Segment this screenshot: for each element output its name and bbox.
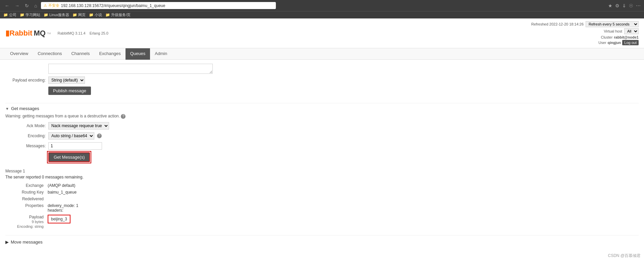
browser-chrome: ← → ↻ ⌂ ⚠ 不安全 192.168.130.128:15672/#/qu… bbox=[0, 0, 644, 11]
get-messages-section-header[interactable]: ▼ Get messages bbox=[5, 106, 639, 111]
back-button[interactable]: ← bbox=[3, 2, 11, 9]
move-messages-arrow: ▶ bbox=[5, 240, 9, 245]
redelivered-row: Redelivered bbox=[5, 196, 240, 202]
messages-label: Messages: bbox=[5, 144, 46, 148]
download-icon: ⇓ bbox=[622, 3, 626, 8]
virtual-host-select[interactable]: All bbox=[624, 28, 639, 34]
folder-icon: 📁 bbox=[72, 13, 77, 17]
browser-actions: ★ ⚙ ⇓ ☉ ⋯ bbox=[608, 3, 641, 8]
virtual-host-label: Virtual host bbox=[604, 29, 622, 33]
cluster-row: Cluster rabbit@node1 bbox=[531, 35, 639, 39]
tab-overview[interactable]: Overview bbox=[5, 48, 33, 60]
bookmark-label: Linux服务器 bbox=[49, 12, 69, 17]
bookmark-webpage[interactable]: 📁 网页 bbox=[72, 12, 86, 17]
bookmarks-bar: 📁 公司 📁 学习网站 📁 Linux服务器 📁 网页 📁 小说 📁 升级服务/… bbox=[0, 11, 644, 18]
properties-value: delivery_mode: 1 headers: bbox=[46, 202, 240, 214]
payload-encoding-label: Payload encoding: bbox=[5, 78, 46, 83]
payload-row: Payload 9 bytes Encoding: string beijing… bbox=[5, 214, 240, 230]
routing-key-value: baimu_1_queue bbox=[46, 189, 240, 196]
account-icon: ☉ bbox=[629, 3, 633, 8]
bookmark-label: 升级服务/页 bbox=[111, 12, 131, 17]
nav-tabs: Overview Connections Channels Exchanges … bbox=[0, 48, 644, 60]
exchange-value: (AMQP default) bbox=[46, 182, 240, 189]
encoding-label: Encoding: bbox=[5, 134, 46, 138]
message-number: Message 1 bbox=[5, 169, 639, 173]
tab-connections[interactable]: Connections bbox=[33, 48, 66, 60]
payload-size: 9 bytes bbox=[32, 220, 44, 224]
payload-encoding-select[interactable]: String (default) Base64 bbox=[48, 76, 85, 84]
folder-icon: 📁 bbox=[3, 13, 8, 17]
publish-message-button[interactable]: Publish message bbox=[48, 87, 91, 95]
encoding-row: Encoding: Auto string / base64 base64 ? bbox=[5, 132, 639, 140]
payload-label: Payload 9 bytes Encoding: string bbox=[5, 214, 46, 230]
profile-icon: ★ bbox=[608, 3, 612, 8]
settings-icon: ⚙ bbox=[615, 3, 620, 8]
get-messages-label: Get messages bbox=[11, 106, 39, 111]
refresh-row: Refreshed 2022-12-20 18:14:26 Refresh ev… bbox=[531, 21, 639, 27]
payload-textarea[interactable] bbox=[48, 64, 213, 74]
logo: ▮RabbitMQTM bbox=[5, 29, 51, 38]
get-messages-button[interactable]: Get Message(s) bbox=[48, 152, 90, 162]
redelivered-label: Redelivered bbox=[5, 196, 46, 202]
warning-text: Warning: getting messages from a queue i… bbox=[5, 114, 639, 119]
help-icon[interactable]: ? bbox=[121, 114, 126, 119]
lock-icon: ⚠ bbox=[44, 3, 47, 8]
home-button[interactable]: ⌂ bbox=[33, 2, 38, 9]
messages-count-row: Messages: bbox=[5, 142, 639, 150]
bookmark-upgrade[interactable]: 📁 升级服务/页 bbox=[105, 12, 131, 17]
logout-button[interactable]: Log out bbox=[622, 40, 639, 45]
routing-key-label: Routing Key bbox=[5, 189, 46, 196]
ack-mode-row: Ack Mode: Nack message requeue true Ack … bbox=[5, 122, 639, 129]
folder-icon: 📁 bbox=[105, 13, 110, 17]
tab-exchanges[interactable]: Exchanges bbox=[94, 48, 125, 60]
exchange-row: Exchange (AMQP default) bbox=[5, 182, 240, 189]
messages-input[interactable] bbox=[48, 142, 102, 150]
url-text: 192.168.130.128:15672/#/queues/qingjun/b… bbox=[61, 3, 165, 8]
version-info: RabbitMQ 3.11.4 Erlang 25.0 bbox=[57, 31, 108, 35]
bookmark-label: 网页 bbox=[78, 12, 86, 17]
refresh-select[interactable]: Refresh every 5 seconds Refresh every 10… bbox=[586, 21, 639, 27]
user-label: User bbox=[598, 41, 606, 45]
cluster-value: rabbit@node1 bbox=[614, 35, 639, 39]
bookmark-novel[interactable]: 📁 小说 bbox=[89, 12, 102, 17]
payload-value-cell: beijing_3 bbox=[46, 214, 240, 230]
main-content: Payload encoding: String (default) Base6… bbox=[0, 60, 644, 249]
folder-icon: 📁 bbox=[20, 13, 24, 17]
encoding-help-icon[interactable]: ? bbox=[97, 134, 102, 138]
forward-button[interactable]: → bbox=[13, 2, 21, 9]
logo-mq: MQ bbox=[34, 29, 45, 38]
more-icon: ⋯ bbox=[636, 3, 641, 8]
tab-admin[interactable]: Admin bbox=[150, 48, 172, 60]
server-report: The server reported 0 messages remaining… bbox=[5, 175, 639, 179]
cluster-label: Cluster bbox=[601, 35, 612, 39]
logo-tm: TM bbox=[47, 32, 51, 35]
payload-content-box: beijing_3 bbox=[48, 215, 70, 223]
payload-encoding-row: Payload encoding: String (default) Base6… bbox=[5, 76, 639, 84]
refresh-button[interactable]: ↻ bbox=[23, 2, 30, 9]
bookmark-label: 小说 bbox=[95, 12, 102, 17]
refreshed-time: Refreshed 2022-12-20 18:14:26 bbox=[531, 22, 584, 26]
user-row: User qingjun Log out bbox=[531, 40, 639, 45]
folder-icon: 📁 bbox=[44, 13, 48, 17]
payload-encoding-meta: Encoding: string bbox=[17, 224, 44, 228]
rabbitmq-version: RabbitMQ 3.11.4 bbox=[57, 31, 85, 35]
ack-mode-label: Ack Mode: bbox=[5, 123, 46, 128]
folder-icon: 📁 bbox=[89, 13, 94, 17]
bookmark-company[interactable]: 📁 公司 bbox=[3, 12, 16, 17]
move-messages-section-header[interactable]: ▶ Move messages bbox=[5, 240, 639, 245]
ack-mode-select[interactable]: Nack message requeue true Ack message re… bbox=[48, 122, 109, 129]
encoding-select[interactable]: Auto string / base64 base64 bbox=[48, 132, 94, 140]
bookmark-label: 学习网站 bbox=[26, 12, 40, 17]
address-bar[interactable]: ⚠ 不安全 192.168.130.128:15672/#/queues/qin… bbox=[41, 2, 276, 9]
user-value: qingjun bbox=[608, 41, 621, 45]
routing-key-row: Routing Key baimu_1_queue bbox=[5, 189, 240, 196]
message-result: Message 1 The server reported 0 messages… bbox=[5, 169, 639, 230]
properties-row: Properties delivery_mode: 1 headers: bbox=[5, 202, 240, 214]
tab-channels[interactable]: Channels bbox=[66, 48, 94, 60]
bookmark-linux[interactable]: 📁 Linux服务器 bbox=[44, 12, 69, 17]
bookmark-label: 公司 bbox=[9, 12, 16, 17]
header-right: Refreshed 2022-12-20 18:14:26 Refresh ev… bbox=[531, 21, 639, 45]
exchange-label: Exchange bbox=[5, 182, 46, 189]
tab-queues[interactable]: Queues bbox=[126, 48, 150, 60]
bookmark-study[interactable]: 📁 学习网站 bbox=[20, 12, 40, 17]
